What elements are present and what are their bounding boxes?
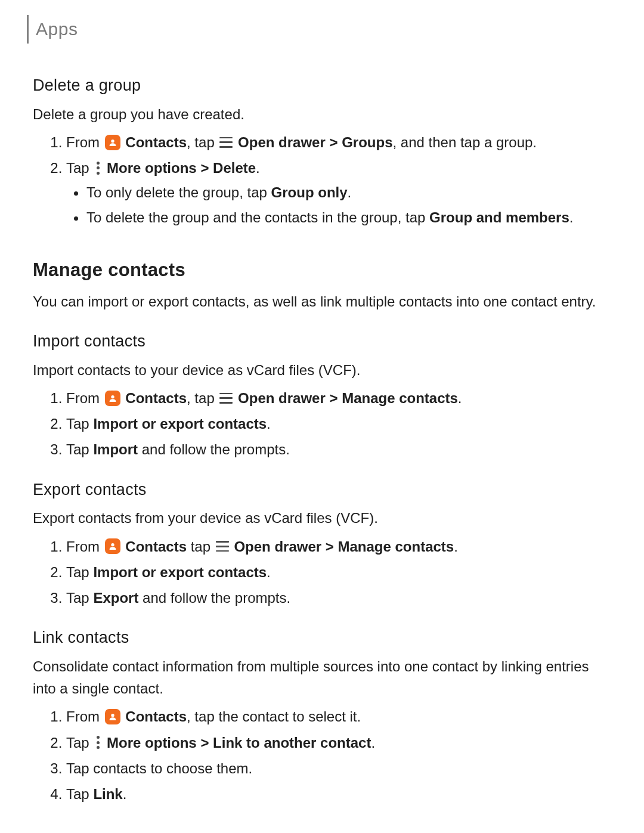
paragraph: You can import or export contacts, as we… xyxy=(33,290,611,312)
list-item: Tap Import and follow the prompts. xyxy=(66,438,611,460)
list-item: Tap Export and follow the prompts. xyxy=(66,587,611,609)
list-item: From Contacts, tap Open drawer > Manage … xyxy=(66,387,611,409)
more-options-icon xyxy=(94,735,101,750)
list-item: Tap Link. xyxy=(66,783,611,805)
open-drawer-icon xyxy=(219,393,233,404)
heading-import-contacts: Import contacts xyxy=(33,329,611,354)
list-item: Tap Import or export contacts. xyxy=(66,413,611,435)
paragraph: Import contacts to your device as vCard … xyxy=(33,359,611,381)
list-item: To delete the group and the contacts in … xyxy=(86,206,611,228)
paragraph: Consolidate contact information from mul… xyxy=(33,655,611,699)
svg-point-1 xyxy=(111,395,114,398)
page-header: Apps xyxy=(27,15,611,44)
svg-point-3 xyxy=(111,714,114,717)
heading-manage-contacts: Manage contacts xyxy=(33,256,611,284)
list-item: Tap Import or export contacts. xyxy=(66,561,611,583)
chevron-icon: > xyxy=(329,134,338,150)
chevron-icon: > xyxy=(326,538,334,555)
contacts-icon xyxy=(105,538,120,554)
ordered-list: From Contacts, tap Open drawer > Manage … xyxy=(33,387,611,461)
svg-point-2 xyxy=(111,543,114,546)
ordered-list: From Contacts tap Open drawer > Manage c… xyxy=(33,535,611,609)
open-drawer-icon xyxy=(216,541,229,552)
list-item: Tap More options > Link to another conta… xyxy=(66,732,611,754)
list-item: From Contacts, tap Open drawer > Groups,… xyxy=(66,131,611,153)
paragraph: Export contacts from your device as vCar… xyxy=(33,507,611,529)
chevron-icon: > xyxy=(200,735,209,751)
more-options-icon xyxy=(94,161,101,175)
list-item: From Contacts, tap the contact to select… xyxy=(66,705,611,727)
list-item: To only delete the group, tap Group only… xyxy=(86,181,611,203)
header-divider xyxy=(27,15,29,44)
heading-delete-group: Delete a group xyxy=(33,73,611,98)
paragraph: Delete a group you have created. xyxy=(33,103,611,125)
contacts-icon xyxy=(105,391,120,406)
contacts-icon xyxy=(105,135,120,150)
open-drawer-icon xyxy=(219,137,233,148)
chevron-icon: > xyxy=(329,390,338,406)
svg-point-0 xyxy=(111,140,114,143)
header-title: Apps xyxy=(36,16,78,44)
list-item: Tap contacts to choose them. xyxy=(66,757,611,779)
list-item: Tap More options > Delete. To only delet… xyxy=(66,157,611,228)
unordered-list: To only delete the group, tap Group only… xyxy=(66,181,611,228)
ordered-list: From Contacts, tap Open drawer > Groups,… xyxy=(33,131,611,228)
ordered-list: From Contacts, tap the contact to select… xyxy=(33,705,611,805)
heading-link-contacts: Link contacts xyxy=(33,625,611,651)
list-item: From Contacts tap Open drawer > Manage c… xyxy=(66,535,611,558)
contacts-icon xyxy=(105,709,120,724)
chevron-icon: > xyxy=(200,160,209,176)
heading-export-contacts: Export contacts xyxy=(33,478,611,503)
